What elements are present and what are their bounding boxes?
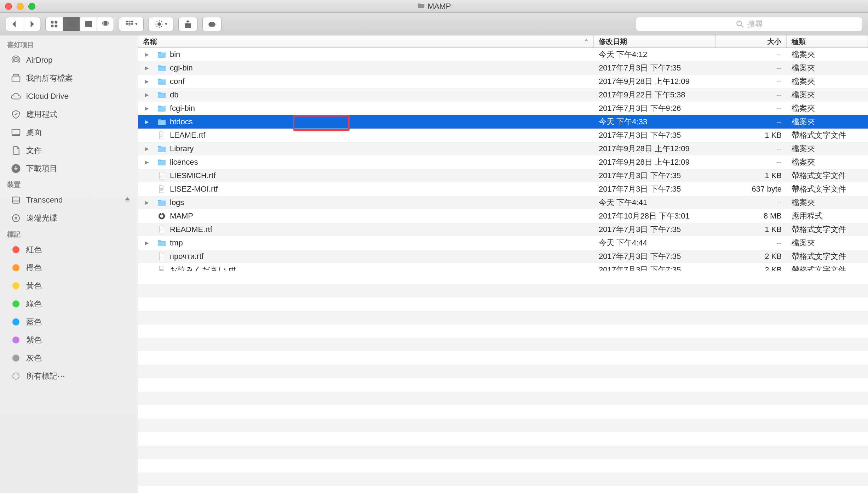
back-button[interactable] — [6, 17, 23, 31]
sidebar-item-optic[interactable]: 遠端光碟 — [0, 209, 138, 227]
sidebar-heading: 裝置 — [0, 177, 138, 191]
zoom-window-button[interactable] — [28, 3, 35, 10]
documents-icon — [10, 145, 22, 156]
disclosure-triangle-icon[interactable]: ▶ — [138, 78, 156, 85]
column-header-size[interactable]: 大小 — [716, 35, 787, 47]
disclosure-triangle-icon[interactable]: ▶ — [138, 159, 156, 165]
tags-button[interactable] — [202, 17, 222, 31]
svg-rect-5 — [68, 23, 74, 24]
close-window-button[interactable] — [5, 3, 12, 10]
file-row[interactable]: ▶fcgi-bin2017年7月3日 下午9:26--檔案夾 — [138, 102, 868, 115]
file-size: 1 KB — [716, 225, 787, 234]
sidebar-item-icloud[interactable]: iCloud Drive — [0, 87, 138, 105]
sidebar-item-downloads[interactable]: 下載項目 — [0, 159, 138, 177]
sidebar-item-tag-blue[interactable]: 藍色 — [0, 313, 138, 331]
file-row[interactable]: LIESMICH.rtf2017年7月3日 下午7:351 KB帶格式文字文件 — [138, 169, 868, 182]
view-list-button[interactable] — [63, 17, 80, 31]
folder-icon — [156, 199, 168, 206]
app-icon — [156, 212, 168, 220]
file-kind: 帶格式文字文件 — [787, 251, 868, 262]
desktop-icon — [10, 127, 22, 138]
svg-rect-30 — [209, 22, 215, 26]
sidebar: 喜好項目AirDrop我的所有檔案iCloud Drive應用程式桌面文件下載項… — [0, 35, 138, 493]
sidebar-item-label: 文件 — [26, 145, 131, 156]
tag-dot-orange-icon — [10, 264, 22, 271]
sidebar-item-label: 灰色 — [26, 353, 131, 363]
file-row[interactable]: お読みください.rtf2017年7月3日 下午7:352 KB帶格式文字文件 — [138, 263, 868, 271]
sidebar-item-documents[interactable]: 文件 — [0, 141, 138, 159]
sidebar-item-label: 遠端光碟 — [26, 213, 131, 223]
file-date: 今天 下午4:41 — [594, 197, 716, 208]
svg-rect-51 — [160, 189, 163, 190]
sidebar-item-label: 所有標記⋯ — [26, 371, 131, 381]
sidebar-item-airdrop[interactable]: AirDrop — [0, 51, 138, 69]
file-name: MAMP — [168, 211, 594, 221]
eject-icon[interactable] — [123, 195, 131, 205]
file-row[interactable]: ▶logs今天 下午4:41--檔案夾 — [138, 196, 868, 209]
svg-rect-18 — [131, 23, 133, 24]
disclosure-triangle-icon[interactable]: ▶ — [138, 199, 156, 206]
file-date: 今天 下午4:33 — [594, 117, 716, 127]
sidebar-item-desktop[interactable]: 桌面 — [0, 123, 138, 141]
view-coverflow-button[interactable] — [97, 17, 114, 31]
view-columns-button[interactable] — [80, 17, 97, 31]
file-row[interactable]: ▶cgi-bin2017年7月3日 下午7:35--檔案夾 — [138, 61, 868, 75]
sidebar-item-tag-green[interactable]: 綠色 — [0, 295, 138, 313]
file-row[interactable]: LISEZ-MOI.rtf2017年7月3日 下午7:35637 byte帶格式… — [138, 182, 868, 196]
sidebar-item-tag-red[interactable]: 紅色 — [0, 240, 138, 259]
sidebar-item-disk[interactable]: Transcend — [0, 191, 138, 209]
disclosure-triangle-icon[interactable]: ▶ — [138, 51, 156, 58]
disclosure-triangle-icon[interactable]: ▶ — [138, 119, 156, 125]
file-kind: 檔案夾 — [787, 117, 868, 127]
disclosure-triangle-icon[interactable]: ▶ — [138, 146, 156, 152]
disclosure-triangle-icon[interactable]: ▶ — [138, 65, 156, 71]
file-row[interactable]: ▶bin今天 下午4:12--檔案夾 — [138, 48, 868, 61]
forward-button[interactable] — [23, 17, 40, 31]
view-icons-button[interactable] — [46, 17, 63, 31]
sidebar-item-tag-purple[interactable]: 紫色 — [0, 331, 138, 349]
column-header-name[interactable]: 名稱 ⌃ — [138, 35, 594, 47]
file-row[interactable]: README.rtf2017年7月3日 下午7:351 KB帶格式文字文件 — [138, 223, 868, 236]
share-button[interactable] — [178, 17, 197, 31]
column-header-date[interactable]: 修改日期 — [594, 35, 716, 47]
proxy-folder-icon — [417, 2, 425, 11]
disclosure-triangle-icon[interactable]: ▶ — [138, 105, 156, 112]
folder-icon — [156, 91, 168, 99]
sidebar-item-apps[interactable]: 應用程式 — [0, 105, 138, 123]
file-size: 8 MB — [716, 211, 787, 221]
search-field[interactable]: 搜尋 — [636, 17, 862, 31]
sidebar-item-label: 紅色 — [26, 244, 131, 255]
minimize-window-button[interactable] — [17, 3, 24, 10]
svg-point-33 — [15, 59, 17, 62]
svg-rect-14 — [129, 21, 130, 22]
sidebar-item-tag-all[interactable]: 所有標記⋯ — [0, 367, 138, 385]
file-date: 2017年7月3日 下午7:35 — [594, 63, 716, 73]
file-row[interactable]: ▶Library2017年9月28日 上午12:09--檔案夾 — [138, 142, 868, 155]
sidebar-item-tag-yellow[interactable]: 黃色 — [0, 277, 138, 295]
disclosure-triangle-icon[interactable]: ▶ — [138, 240, 156, 246]
file-row[interactable]: MAMP2017年10月28日 下午3:018 MB應用程式 — [138, 209, 868, 223]
sidebar-item-tag-orange[interactable]: 橙色 — [0, 259, 138, 277]
file-date: 2017年7月3日 下午7:35 — [594, 130, 716, 141]
svg-rect-62 — [160, 269, 163, 270]
svg-rect-13 — [126, 21, 127, 22]
file-size: -- — [716, 144, 787, 153]
arrange-menu[interactable]: ▾ — [119, 17, 144, 31]
file-row[interactable]: ▶tmp今天 下午4:44--檔案夾 — [138, 236, 868, 250]
sidebar-item-allfiles[interactable]: 我的所有檔案 — [0, 69, 138, 87]
action-menu[interactable]: ▾ — [149, 17, 173, 31]
nav-buttons — [6, 17, 40, 31]
file-row[interactable]: ▶db2017年9月22日 下午5:38--檔案夾 — [138, 88, 868, 102]
file-kind: 檔案夾 — [787, 76, 868, 87]
file-row[interactable]: ▶conf2017年9月28日 上午12:09--檔案夾 — [138, 75, 868, 88]
file-kind: 檔案夾 — [787, 90, 868, 100]
file-row[interactable]: LEAME.rtf2017年7月3日 下午7:351 KB帶格式文字文件 — [138, 129, 868, 142]
search-placeholder: 搜尋 — [747, 19, 763, 29]
svg-rect-3 — [55, 25, 57, 27]
sidebar-item-tag-gray[interactable]: 灰色 — [0, 349, 138, 367]
file-row[interactable]: ▶licences2017年9月28日 上午12:09--檔案夾 — [138, 155, 868, 169]
file-row[interactable]: ▶htdocs今天 下午4:33--檔案夾 — [138, 115, 868, 129]
file-row[interactable]: прочти.rtf2017年7月3日 下午7:352 KB帶格式文字文件 — [138, 250, 868, 263]
column-header-kind[interactable]: 種類 — [787, 35, 868, 47]
disclosure-triangle-icon[interactable]: ▶ — [138, 92, 156, 98]
